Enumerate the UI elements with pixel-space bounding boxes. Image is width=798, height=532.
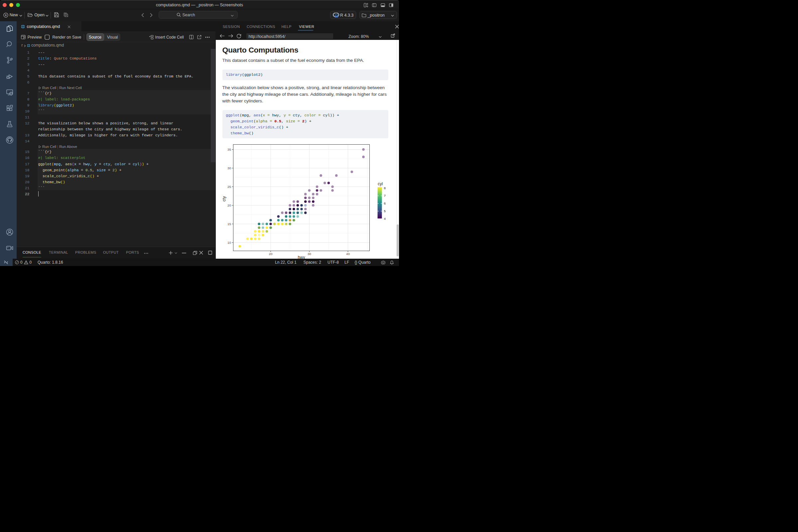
svg-text:R: R xyxy=(335,13,338,18)
svg-text:25: 25 xyxy=(227,185,231,189)
svg-text:5: 5 xyxy=(384,209,386,213)
svg-text:hwy: hwy xyxy=(298,255,305,259)
svg-text:15: 15 xyxy=(227,222,231,226)
svg-text:cyl: cyl xyxy=(378,182,383,186)
svg-text:40: 40 xyxy=(346,252,350,256)
svg-text:20: 20 xyxy=(227,204,231,207)
svg-text:6: 6 xyxy=(384,202,386,205)
svg-text:30: 30 xyxy=(227,166,231,170)
svg-text:cty: cty xyxy=(222,196,226,202)
svg-text:10: 10 xyxy=(227,241,231,244)
svg-text:30: 30 xyxy=(307,252,311,256)
svg-text:20: 20 xyxy=(269,252,273,256)
svg-text:4: 4 xyxy=(384,217,386,221)
svg-text:8: 8 xyxy=(384,186,386,190)
svg-text:35: 35 xyxy=(227,148,231,151)
svg-text:7: 7 xyxy=(384,194,386,197)
